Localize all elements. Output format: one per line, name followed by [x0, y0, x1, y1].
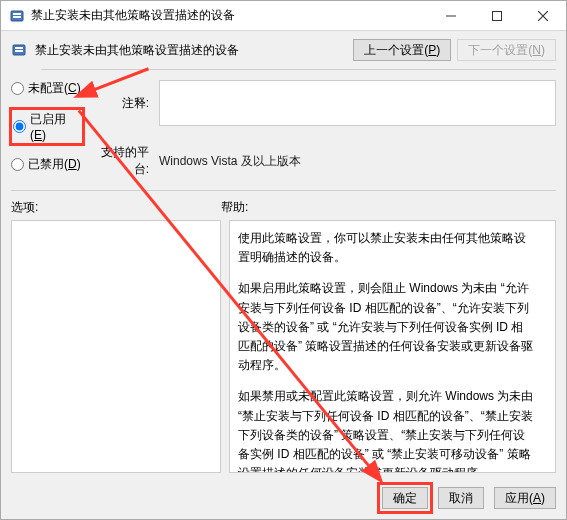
- help-paragraph: 如果禁用或未配置此策略设置，则允许 Windows 为未由 “禁止安装与下列任何…: [238, 387, 535, 473]
- panes: 使用此策略设置，你可以禁止安装未由任何其他策略设置明确描述的设备。 如果启用此策…: [11, 220, 556, 473]
- svg-rect-5: [15, 47, 23, 49]
- divider: [11, 190, 556, 191]
- ok-button[interactable]: 确定: [382, 487, 428, 509]
- radio-disabled-input[interactable]: [11, 158, 24, 171]
- platform-label: 支持的平台:: [95, 144, 149, 178]
- divider: [41, 69, 556, 70]
- platform-value: Windows Vista 及以上版本: [159, 153, 301, 170]
- help-paragraph: 使用此策略设置，你可以禁止安装未由任何其他策略设置明确描述的设备。: [238, 229, 535, 267]
- help-content: 使用此策略设置，你可以禁止安装未由任何其他策略设置明确描述的设备。 如果启用此策…: [230, 221, 555, 473]
- footer: 确定 取消 应用(A): [1, 481, 566, 519]
- comment-row: 注释:: [95, 80, 556, 126]
- state-radio-group: 未配置(C) 已启用(E) 已禁用(D): [11, 80, 83, 178]
- radio-disabled[interactable]: 已禁用(D): [11, 156, 83, 173]
- maximize-button[interactable]: [474, 1, 520, 30]
- titlebar: 禁止安装未由其他策略设置描述的设备: [1, 1, 566, 31]
- help-paragraph: 如果启用此策略设置，则会阻止 Windows 为未由 “允许安装与下列任何设备 …: [238, 279, 535, 375]
- comment-label: 注释:: [95, 95, 149, 112]
- meta-area: 注释: 支持的平台: Windows Vista 及以上版本: [95, 80, 556, 178]
- policy-name-label: 禁止安装未由其他策略设置描述的设备: [35, 42, 345, 59]
- policy-icon: [9, 8, 25, 24]
- radio-enabled-input[interactable]: [13, 120, 26, 133]
- pane-labels: 选项: 帮助:: [11, 199, 556, 216]
- radio-not-configured-label: 未配置(C): [28, 80, 81, 97]
- policy-dialog-window: 禁止安装未由其他策略设置描述的设备 禁止安装未由其他策略设置描述的设备 上一个设…: [0, 0, 567, 520]
- platform-row: 支持的平台: Windows Vista 及以上版本: [95, 144, 556, 178]
- cancel-button[interactable]: 取消: [438, 487, 484, 509]
- options-pane[interactable]: [11, 220, 221, 473]
- comment-textarea[interactable]: [159, 80, 556, 126]
- radio-not-configured-input[interactable]: [11, 82, 24, 95]
- policy-icon: [11, 42, 27, 58]
- radio-enabled-label: 已启用(E): [30, 111, 81, 142]
- window-controls: [428, 1, 566, 30]
- svg-rect-1: [13, 13, 21, 15]
- previous-setting-button[interactable]: 上一个设置(P): [353, 39, 451, 61]
- svg-rect-2: [13, 16, 21, 18]
- help-pane[interactable]: 使用此策略设置，你可以禁止安装未由任何其他策略设置明确描述的设备。 如果启用此策…: [229, 220, 556, 473]
- radio-not-configured[interactable]: 未配置(C): [11, 80, 83, 97]
- subheader: 禁止安装未由其他策略设置描述的设备 上一个设置(P) 下一个设置(N): [1, 31, 566, 69]
- lower-section: 选项: 帮助: 使用此策略设置，你可以禁止安装未由任何其他策略设置明确描述的设备…: [1, 199, 566, 481]
- apply-button[interactable]: 应用(A): [494, 487, 556, 509]
- next-setting-button[interactable]: 下一个设置(N): [457, 39, 556, 61]
- options-label: 选项:: [11, 199, 221, 216]
- help-label: 帮助:: [221, 199, 248, 216]
- config-area: 未配置(C) 已启用(E) 已禁用(D) 注释: 支持的平台: Windows …: [1, 78, 566, 184]
- svg-rect-3: [493, 11, 502, 20]
- nav-buttons: 上一个设置(P) 下一个设置(N): [353, 39, 556, 61]
- window-title: 禁止安装未由其他策略设置描述的设备: [31, 7, 428, 24]
- svg-rect-6: [15, 50, 23, 52]
- close-button[interactable]: [520, 1, 566, 30]
- radio-enabled[interactable]: 已启用(E): [11, 109, 83, 144]
- minimize-button[interactable]: [428, 1, 474, 30]
- radio-disabled-label: 已禁用(D): [28, 156, 81, 173]
